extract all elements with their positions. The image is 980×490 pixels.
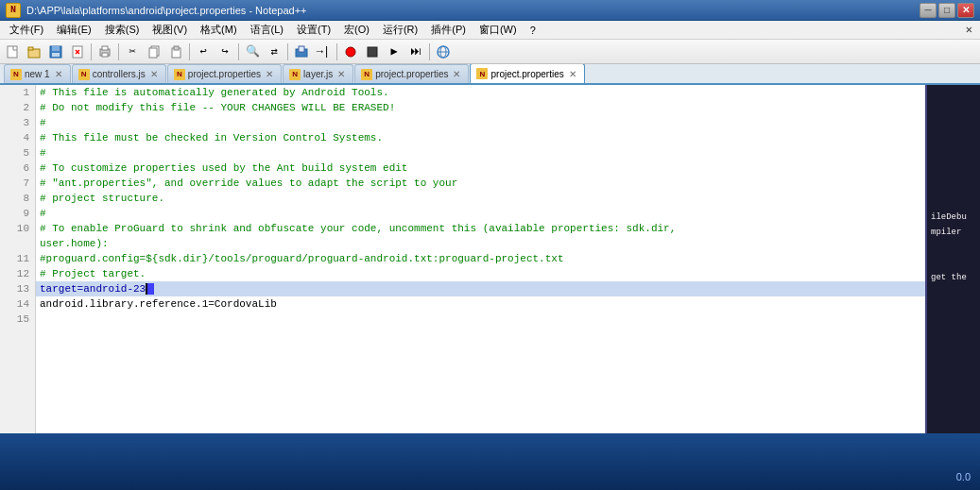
rp-line-6: [931, 164, 976, 179]
tab-project3[interactable]: N project.properties ✕: [470, 64, 584, 83]
toolbar-copy[interactable]: [144, 42, 164, 62]
new-icon: [5, 44, 20, 59]
app-icon: N: [6, 3, 21, 18]
toolbar-stop-record[interactable]: [362, 42, 383, 62]
code-line-15: [36, 312, 925, 327]
tab-close-new1[interactable]: ✕: [53, 69, 64, 80]
menu-help[interactable]: ?: [524, 23, 542, 38]
menu-format[interactable]: 格式(M): [195, 21, 243, 39]
code-line-10b: user.home):: [36, 236, 925, 251]
menu-search[interactable]: 搜索(S): [99, 21, 146, 39]
menu-file[interactable]: 文件(F): [4, 21, 49, 39]
toolbar-sep-5: [287, 43, 288, 60]
tab-close-project2[interactable]: ✕: [451, 69, 462, 80]
line-num-14: 14: [0, 296, 35, 312]
code-line-6: # To customize properties used by the An…: [36, 161, 925, 176]
toolbar-record-macro[interactable]: [340, 42, 361, 62]
rp-line-9: ileDebu: [931, 210, 976, 225]
tab-icon-project3: N: [476, 68, 488, 79]
toolbar-paste[interactable]: [165, 42, 186, 62]
menu-close-button[interactable]: ✕: [962, 23, 976, 37]
code-line-8: # project structure.: [36, 191, 925, 206]
tab-label-project2: project.properties: [375, 69, 448, 79]
close-button[interactable]: ✕: [957, 3, 974, 18]
menu-edit[interactable]: 编辑(E): [51, 21, 97, 39]
rp-line-12: [931, 255, 976, 270]
toolbar-play-macro[interactable]: ▶: [384, 42, 404, 62]
copy-icon: [146, 44, 162, 59]
toolbar-new[interactable]: [2, 42, 23, 62]
toolbar-open[interactable]: [24, 42, 44, 62]
toolbar-print[interactable]: [95, 42, 115, 62]
record-icon: [343, 44, 358, 59]
rp-line-4: [931, 134, 976, 149]
tab-close-controllers[interactable]: ✕: [148, 69, 160, 80]
menu-language[interactable]: 语言(L): [245, 21, 289, 39]
rp-line-11: [931, 240, 976, 255]
tab-close-project1[interactable]: ✕: [264, 69, 275, 80]
tab-controllers[interactable]: N controllers.js ✕: [72, 64, 166, 83]
tab-close-project3[interactable]: ✕: [567, 68, 578, 79]
tab-new1[interactable]: N new 1 ✕: [4, 64, 71, 83]
title-bar: N D:\APP\lala\platforms\android\project.…: [0, 0, 980, 21]
maximize-button[interactable]: □: [938, 3, 955, 18]
title-buttons: ─ □ ✕: [920, 3, 974, 18]
code-line-4: # This file must be checked in Version C…: [36, 130, 925, 145]
tab-label-layer: layer.js: [303, 69, 333, 79]
code-line-12: # Project target.: [36, 266, 925, 281]
toolbar-browser[interactable]: [433, 42, 454, 62]
toolbar-replace[interactable]: ⇄: [264, 42, 284, 62]
print-icon: [97, 44, 112, 59]
minimize-button[interactable]: ─: [920, 3, 937, 18]
menu-macro[interactable]: 宏(O): [338, 21, 375, 39]
tab-project2[interactable]: N project.properties ✕: [354, 64, 469, 83]
toolbar-sep-3: [189, 43, 190, 60]
toolbar-undo[interactable]: ↩: [193, 42, 214, 62]
rp-line-14: [931, 285, 976, 300]
menu-settings[interactable]: 设置(T): [291, 21, 336, 39]
tab-layer[interactable]: N layer.js ✕: [283, 64, 353, 83]
menu-view[interactable]: 视图(V): [146, 21, 193, 39]
undo-icon: ↩: [196, 44, 211, 59]
rp-line-5: [931, 149, 976, 164]
window-title: D:\APP\lala\platforms\android\project.pr…: [26, 5, 307, 16]
code-line-11: #proguard.config=${sdk.dir}/tools/progua…: [36, 251, 925, 266]
svg-rect-5: [52, 53, 60, 57]
line-num-6: 6: [0, 161, 35, 176]
replace-icon: ⇄: [266, 44, 282, 59]
toolbar-find[interactable]: 🔍: [242, 42, 263, 62]
tab-close-layer[interactable]: ✕: [335, 69, 347, 80]
svg-rect-10: [102, 46, 108, 50]
tab-icon-project2: N: [361, 69, 372, 80]
toolbar-save[interactable]: [45, 42, 66, 62]
menu-run[interactable]: 运行(R): [377, 21, 423, 39]
line-num-15: 15: [0, 312, 35, 327]
line-num-13: 13: [0, 281, 35, 296]
code-line-13: target=android-23|: [36, 281, 925, 296]
line-num-5: 5: [0, 145, 35, 161]
right-panel-content: ileDebu mpiler get the: [927, 85, 980, 319]
browser-icon: [436, 44, 451, 59]
code-editor[interactable]: # This file is automatically generated b…: [36, 85, 925, 490]
line-num-8: 8: [0, 191, 35, 206]
code-line-3: #: [36, 115, 925, 130]
toolbar-redo[interactable]: ↪: [215, 42, 235, 62]
code-line-9: #: [36, 206, 925, 221]
toolbar: ✂ ↩ ↪ 🔍 ⇄ →|: [0, 40, 980, 64]
open-icon: [26, 44, 42, 59]
menu-plugins[interactable]: 插件(P): [425, 21, 472, 39]
svg-rect-0: [8, 46, 17, 58]
code-line-1: # This file is automatically generated b…: [36, 85, 925, 100]
toolbar-close-file[interactable]: [67, 42, 88, 62]
code-line-14: android.library.reference.1=CordovaLib: [36, 296, 925, 312]
toolbar-indent[interactable]: →|: [313, 42, 334, 62]
toolbar-run-macro[interactable]: ⏭: [405, 42, 426, 62]
line-num-2: 2: [0, 100, 35, 115]
tab-project1[interactable]: N project.properties ✕: [167, 64, 282, 83]
svg-point-18: [346, 47, 355, 57]
menu-window[interactable]: 窗口(W): [473, 21, 523, 39]
toolbar-cut[interactable]: ✂: [122, 42, 143, 62]
editor-area: 1 2 3 4 5 6 7 8 9 10 11 12 13 14 15 # Th…: [0, 85, 980, 490]
toolbar-zoom-in[interactable]: [291, 42, 312, 62]
close-file-icon: [70, 44, 85, 59]
